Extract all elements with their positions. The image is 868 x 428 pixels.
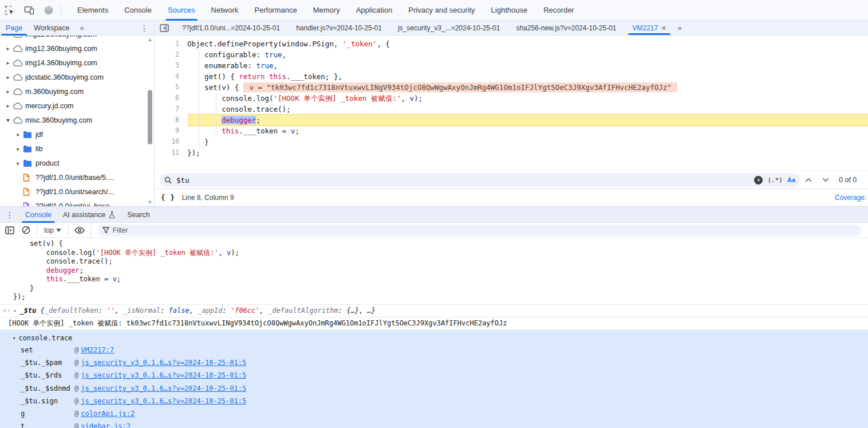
- more-editor-tabs-icon[interactable]: »: [674, 21, 685, 35]
- navigator-menu-icon[interactable]: ⋮: [135, 23, 154, 33]
- editor-tab-js-security-v3-2024-10-25-01[interactable]: js_security_v3_...=2024-10-25-01: [390, 21, 508, 35]
- disclosure-expanded-icon[interactable]: ▾: [3, 117, 13, 123]
- line-number[interactable]: 8: [155, 115, 187, 125]
- expand-object-icon[interactable]: ▸: [14, 308, 17, 313]
- main-tab-memory[interactable]: Memory: [305, 0, 348, 21]
- editor-tab-sha256-new-js-v-2024-10-25-01[interactable]: sha256-new.js?v=2024-10-25-01: [508, 21, 624, 35]
- tree-scrollbar[interactable]: ▲ ▼: [146, 36, 154, 206]
- regex-toggle-icon[interactable]: (.*): [767, 176, 783, 184]
- code-token: ,: [282, 50, 287, 59]
- trace-location-link[interactable]: colorApi.js:2: [81, 410, 135, 418]
- code-editor[interactable]: 1Object.defineProperty(window.PSign, '_t…: [155, 36, 868, 171]
- trace-location-link[interactable]: sidebar.js:2: [81, 422, 131, 428]
- tree-item-img12-360buyimg-com[interactable]: ▸img12.360buyimg.com: [0, 41, 154, 56]
- disclosure-collapsed-icon[interactable]: ▸: [3, 74, 13, 80]
- trace-location-link[interactable]: js_security_v3_0.1.6…s?v=2024-10-25-01:5: [81, 384, 246, 392]
- line-number[interactable]: 3: [155, 60, 187, 71]
- line-number[interactable]: 2: [155, 49, 187, 60]
- tree-item-lib[interactable]: ▸lib: [0, 142, 154, 156]
- code-token: debugger: [46, 266, 80, 274]
- clear-search-icon[interactable]: ×: [754, 176, 763, 184]
- main-tab-console[interactable]: Console: [116, 0, 160, 21]
- main-tab-recorder[interactable]: Recorder: [535, 0, 582, 21]
- result-preview[interactable]: _$tu {_defaultToken: '', _isNormal: fals…: [19, 307, 375, 315]
- main-tab-elements[interactable]: Elements: [69, 0, 116, 21]
- tree-item-m-360buyimg-com[interactable]: ▸m.360buyimg.com: [0, 84, 154, 99]
- disclosure-collapsed-icon[interactable]: ▸: [14, 146, 23, 152]
- tree-item-jdf[interactable]: ▸jdf: [0, 127, 154, 142]
- line-number[interactable]: 10: [155, 136, 187, 147]
- main-tab-application[interactable]: Application: [348, 0, 401, 21]
- main-tab-lighthouse[interactable]: Lighthouse: [483, 0, 536, 21]
- console-filter-input[interactable]: [113, 226, 857, 234]
- tab-page[interactable]: Page: [0, 21, 28, 36]
- line-number[interactable]: 7: [155, 104, 187, 115]
- clear-console-icon[interactable]: [18, 224, 33, 237]
- next-match-icon[interactable]: [817, 178, 834, 182]
- close-icon[interactable]: ×: [661, 23, 666, 33]
- disclosure-collapsed-icon[interactable]: ▸: [14, 160, 23, 166]
- code-line-4: 4 get() { return this.___token; },: [155, 71, 868, 82]
- live-expression-eye-icon[interactable]: [72, 224, 87, 237]
- scrollbar-thumb[interactable]: [148, 90, 152, 144]
- editor-tab-jdf-1-0-0-uni-2024-10-25-01[interactable]: ??jdf/1.0.0/uni...=2024-10-25-01: [174, 21, 288, 35]
- coverage-link[interactable]: Coverage: n/a: [835, 194, 868, 202]
- line-number[interactable]: 4: [155, 71, 187, 82]
- context-selector[interactable]: top: [41, 226, 65, 234]
- extension-icon[interactable]: [39, 2, 58, 18]
- device-toolbar-icon[interactable]: [19, 2, 39, 18]
- tree-item-img14-360buyimg-com[interactable]: ▸img14.360buyimg.com: [0, 56, 154, 70]
- main-tab-performance[interactable]: Performance: [246, 0, 305, 21]
- line-number[interactable]: 1: [155, 38, 187, 49]
- main-tab-network[interactable]: Network: [203, 0, 247, 21]
- code-line-11: 11});: [155, 147, 868, 158]
- trace-function-name: _$tu._$rds: [21, 371, 74, 379]
- console-menu-icon[interactable]: ⋮: [0, 210, 19, 219]
- editor-tab-handler-js-v-2024-10-25-01[interactable]: handler.js?v=2024-10-25-01: [288, 21, 390, 35]
- disclosure-collapsed-icon[interactable]: ▸: [3, 36, 13, 37]
- console-drawer: ⋮ ConsoleAI assistanceSearch top: [0, 206, 868, 428]
- tree-item-img11-360buyimg-com[interactable]: ▸img11.360buyimg.com: [0, 36, 154, 41]
- editor-tab-vm2217[interactable]: VM2217×: [625, 21, 674, 35]
- tree-item-jdf-1-0-0-unit-ui-base[interactable]: ??jdf/1.0.0/unit/ui_base: [0, 199, 154, 206]
- tree-item-jdf-1-0-0-unit-search[interactable]: ??jdf/1.0.0/unit/search/...: [0, 184, 154, 199]
- tree-item-misc-360buyimg-com[interactable]: ▾misc.360buyimg.com: [0, 113, 154, 127]
- inspect-element-icon[interactable]: [0, 2, 19, 18]
- hide-navigator-icon[interactable]: [155, 21, 174, 35]
- trace-function-name: t: [21, 422, 74, 428]
- more-navigator-tabs-icon[interactable]: »: [76, 23, 89, 32]
- code-text: enumerable: true,: [187, 60, 868, 71]
- console-tab-ai-assistance[interactable]: AI assistance: [57, 207, 121, 223]
- tree-item-mercury-jd-com[interactable]: ▸mercury.jd.com: [0, 99, 154, 113]
- tree-item-product[interactable]: ▸product: [0, 156, 154, 170]
- line-number[interactable]: 6: [155, 93, 187, 104]
- trace-location-link[interactable]: js_security_v3_0.1.6…s?v=2024-10-25-01:5: [81, 359, 246, 367]
- pretty-print-icon[interactable]: { }: [161, 194, 175, 202]
- disclosure-collapsed-icon[interactable]: ▸: [14, 131, 23, 138]
- trace-header[interactable]: ▾ console.trace: [0, 332, 868, 344]
- disclosure-collapsed-icon[interactable]: ▸: [3, 60, 13, 66]
- main-tab-privacy-and-security[interactable]: Privacy and security: [400, 0, 483, 21]
- line-number[interactable]: 9: [155, 125, 187, 136]
- console-tab-console[interactable]: Console: [19, 207, 57, 223]
- match-case-toggle-icon[interactable]: Aa: [787, 176, 795, 183]
- line-number[interactable]: 11: [155, 147, 187, 158]
- tree-item-jdcstatic-360buyimg-com[interactable]: ▸jdcstatic.360buyimg.com: [0, 70, 154, 84]
- trace-location-link[interactable]: js_security_v3_0.1.6…s?v=2024-10-25-01:5: [81, 371, 246, 379]
- scroll-down-icon[interactable]: ▼: [146, 198, 154, 206]
- console-sidebar-icon[interactable]: [2, 224, 17, 237]
- disclosure-collapsed-icon[interactable]: ▸: [3, 88, 13, 95]
- search-input[interactable]: [176, 176, 749, 184]
- scroll-up-icon[interactable]: ▲: [146, 36, 154, 44]
- tree-item-jdf-1-0-0-unit-base-5[interactable]: ??jdf/1.0.0/unit/base/5....: [0, 170, 154, 184]
- disclosure-collapsed-icon[interactable]: ▸: [3, 45, 13, 52]
- main-tab-sources[interactable]: Sources: [160, 0, 203, 21]
- previous-match-icon[interactable]: [800, 178, 817, 182]
- trace-location-link[interactable]: VM2217:7: [81, 346, 114, 354]
- collapse-trace-icon[interactable]: ▾: [13, 335, 15, 341]
- trace-location-link[interactable]: js_security_v3_0.1.6…s?v=2024-10-25-01:5: [81, 397, 246, 405]
- console-tab-search[interactable]: Search: [121, 207, 156, 223]
- tab-workspace[interactable]: Workspace: [28, 21, 75, 36]
- disclosure-collapsed-icon[interactable]: ▸: [3, 103, 13, 109]
- line-number[interactable]: 5: [155, 82, 187, 93]
